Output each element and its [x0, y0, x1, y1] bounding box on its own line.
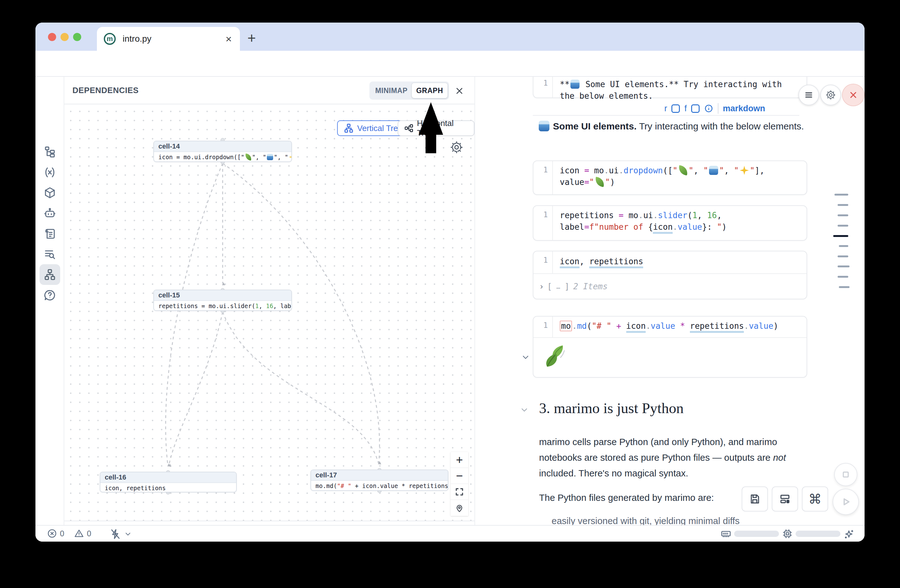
section-heading: 3. marimo is just Python — [539, 400, 684, 416]
dependency-graph-canvas[interactable]: cell-14 icon = mo.ui.dropdown(["", "", "… — [64, 105, 475, 521]
zoom-out-button[interactable]: − — [451, 468, 468, 484]
run-button[interactable] — [833, 489, 859, 515]
info-icon[interactable] — [704, 104, 714, 113]
locate-button[interactable] — [451, 500, 468, 516]
new-tab-button[interactable]: + — [247, 29, 256, 46]
fit-view-icon — [455, 487, 464, 497]
graph-edges — [64, 105, 475, 521]
command-icon: ⌘ — [808, 492, 822, 507]
para-text: marimo cells parse Python (and only Pyth… — [539, 436, 777, 463]
errors-indicator[interactable]: 0 — [47, 528, 64, 539]
warnings-indicator[interactable]: 0 — [74, 528, 91, 539]
section-paragraph-2: The Python files generated by marimo are… — [539, 492, 714, 503]
scratchpad-icon[interactable] — [43, 227, 56, 240]
minimap-toggle-button[interactable]: MINIMAP — [371, 83, 412, 98]
save-icon — [749, 493, 761, 505]
line-number: 1 — [534, 206, 553, 240]
autorun-toggle[interactable] — [109, 528, 132, 540]
ai-sparkle-icon[interactable] — [843, 529, 855, 540]
notebook-menu-button[interactable] — [798, 85, 819, 105]
cpu-icon — [782, 528, 793, 539]
graph-node-cell-17[interactable]: cell-17 mo.md("# " + icon.value * repeti… — [310, 469, 448, 491]
help-icon[interactable] — [43, 289, 56, 302]
line-number: 1 — [534, 77, 553, 97]
dependency-graph-icon[interactable] — [43, 268, 56, 281]
cell-language-label[interactable]: markdown — [723, 104, 765, 113]
format-toggle-label: f — [684, 104, 687, 113]
annotation-arrow — [419, 77, 444, 154]
cell-output-console[interactable]: › [ … ] 2 Items — [534, 273, 807, 299]
ram-usage — [720, 528, 779, 539]
code-line: mo.md("# " + icon.value * repetitions.va… — [560, 320, 807, 332]
file-tree-icon[interactable] — [43, 145, 56, 158]
marimo-favicon: m — [104, 33, 116, 45]
footer-divider — [718, 103, 718, 114]
stop-icon — [840, 469, 851, 480]
graph-node-cell-16[interactable]: cell-16 icon, repetitions — [100, 472, 237, 492]
stop-button[interactable] — [834, 463, 857, 486]
menu-icon — [804, 90, 814, 100]
panel-title: DEPENDENCIES — [73, 85, 139, 95]
tab-close-icon[interactable]: × — [225, 34, 232, 44]
collapse-section-chevron[interactable] — [520, 405, 529, 415]
markdown-cell-editor[interactable]: 1 ** Some UI elements.** Try interacting… — [533, 77, 807, 98]
zoom-in-button[interactable]: + — [451, 452, 468, 468]
browser-toolbar: localhost:2718 Guest — [36, 51, 864, 77]
code-cell-refs[interactable]: 1 icon, repetitions › [ … ] 2 Items — [533, 251, 807, 299]
minimap-active-cell[interactable] — [833, 235, 848, 237]
dependencies-panel: DEPENDENCIES MINIMAP GRAPH — [64, 77, 475, 525]
code-line: label=f"number of {icon.value}: ") — [560, 221, 807, 233]
code-line: icon = mo.ui.dropdown(["", "", ""], — [560, 165, 807, 176]
code-cell-dropdown[interactable]: 1 icon = mo.ui.dropdown(["", "", ""], va… — [533, 161, 807, 195]
maximize-window-button[interactable] — [73, 33, 81, 41]
layout-button[interactable] — [772, 486, 798, 512]
minimize-window-button[interactable] — [61, 33, 69, 41]
expand-output-chevron[interactable]: › — [539, 282, 544, 291]
code-line: repetitions = mo.ui.slider(1, 16, — [560, 210, 807, 221]
code-cell-md[interactable]: 1 mo.md("# " + icon.value * repetitions.… — [533, 316, 807, 378]
run-toggle-checkbox[interactable] — [671, 104, 680, 113]
app-content: DEPENDENCIES MINIMAP GRAPH — [36, 77, 864, 525]
close-icon — [848, 90, 859, 100]
node-code: icon, repetitions — [100, 483, 236, 492]
wave-emoji — [539, 121, 549, 132]
format-toggle-checkbox[interactable] — [691, 104, 700, 113]
code-cell-slider[interactable]: 1 repetitions = mo.ui.slider(1, 16, labe… — [533, 205, 807, 241]
notebook-area: 1 ** Some UI elements.** Try interacting… — [475, 77, 864, 525]
browser-tab[interactable]: m intro.py × — [97, 27, 240, 51]
lightning-off-icon — [109, 528, 121, 540]
play-icon — [839, 495, 852, 508]
shutdown-button[interactable] — [842, 84, 864, 106]
browser-window: m intro.py × + localhost:2718 Guest — [36, 23, 864, 542]
vertical-tree-icon — [343, 123, 354, 133]
markdown-output: Some UI elements. Try interacting with t… — [538, 121, 804, 132]
shortcuts-button[interactable]: ⌘ — [802, 486, 828, 512]
graph-settings-icon[interactable] — [450, 141, 464, 154]
packages-icon[interactable] — [43, 186, 56, 200]
node-code: icon = mo.ui.dropdown(["", "", ""], valu… — [154, 152, 291, 162]
cpu-progress-bar — [796, 531, 840, 537]
node-title: cell-15 — [154, 290, 291, 301]
notebook-settings-button[interactable] — [820, 85, 841, 105]
collapse-cell-chevron[interactable] — [521, 353, 530, 362]
leaf-emoji-output — [542, 343, 568, 369]
variables-icon[interactable] — [43, 166, 56, 179]
run-toggle-label: r — [664, 104, 667, 113]
cell-footer: r f markdown — [657, 103, 765, 114]
warnings-icon — [74, 528, 84, 539]
graph-node-cell-15[interactable]: cell-15 repetitions = mo.ui.slider(1, 16… — [154, 289, 292, 311]
status-bar: 0 0 — [36, 525, 864, 542]
node-code: mo.md("# " + icon.value * repetitions.va… — [311, 481, 448, 491]
errors-icon — [47, 528, 57, 539]
ai-assistant-icon[interactable] — [43, 207, 56, 220]
graph-node-cell-14[interactable]: cell-14 icon = mo.ui.dropdown(["", "", "… — [154, 141, 292, 162]
fit-view-button[interactable] — [451, 484, 468, 500]
close-panel-icon[interactable] — [455, 86, 464, 96]
save-button[interactable] — [742, 486, 768, 512]
close-window-button[interactable] — [48, 33, 56, 41]
line-number: 1 — [534, 161, 553, 194]
output-summary: 2 Items — [573, 282, 608, 291]
md-output-bold: Some UI elements. — [553, 121, 636, 132]
node-title: cell-16 — [100, 472, 236, 483]
logs-icon[interactable] — [43, 248, 56, 261]
